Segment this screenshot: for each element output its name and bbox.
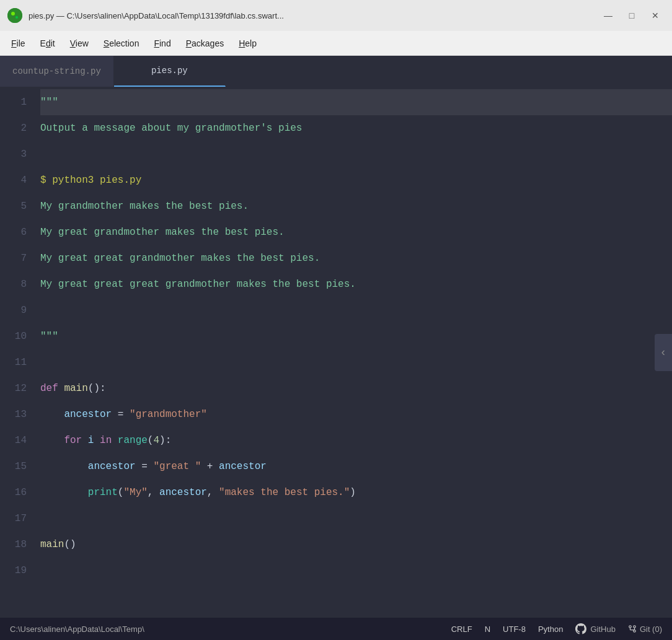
code-line-1: """ bbox=[40, 89, 672, 115]
git-icon bbox=[628, 625, 637, 633]
github-section[interactable]: GitHub bbox=[575, 623, 615, 634]
git-label[interactable]: Git (0) bbox=[640, 625, 662, 634]
svg-point-1 bbox=[11, 12, 15, 15]
line-num-19: 19 bbox=[7, 558, 27, 584]
line-num-1: 1 bbox=[7, 89, 27, 115]
title-bar: pies.py — C:\Users\alinen\AppData\Local\… bbox=[0, 0, 672, 31]
code-line-12: def main(): bbox=[40, 375, 672, 401]
status-encoding[interactable]: UTF-8 bbox=[503, 625, 526, 634]
status-path: C:\Users\alinen\AppData\Local\Temp\ bbox=[10, 625, 439, 634]
code-area[interactable]: """ Output a message about my grandmothe… bbox=[34, 87, 672, 618]
code-line-6: My great grandmother makes the best pies… bbox=[40, 219, 672, 245]
menu-selection[interactable]: Selection bbox=[97, 36, 146, 51]
line-num-12: 12 bbox=[7, 375, 27, 401]
code-line-7: My great great grandmother makes the bes… bbox=[40, 245, 672, 271]
git-status[interactable]: Git (0) bbox=[628, 625, 662, 634]
line-numbers: 1 2 3 4 5 6 7 8 9 10 11 12 13 14 15 16 1… bbox=[0, 87, 34, 618]
svg-point-0 bbox=[7, 8, 22, 23]
code-line-2: Output a message about my grandmother's … bbox=[40, 115, 672, 141]
line-num-17: 17 bbox=[7, 506, 27, 532]
code-line-17 bbox=[40, 506, 672, 532]
line-num-4: 4 bbox=[7, 167, 27, 193]
app-icon bbox=[7, 8, 22, 23]
editor-container: 1 2 3 4 5 6 7 8 9 10 11 12 13 14 15 16 1… bbox=[0, 87, 672, 618]
line-num-6: 6 bbox=[7, 219, 27, 245]
code-line-5: My grandmother makes the best pies. bbox=[40, 193, 672, 219]
window-controls: — □ ✕ bbox=[599, 8, 665, 23]
window-title: pies.py — C:\Users\alinen\AppData\Local\… bbox=[29, 11, 593, 20]
status-line-ending[interactable]: CRLF bbox=[451, 625, 472, 634]
line-num-3: 3 bbox=[7, 141, 27, 167]
menu-edit[interactable]: Edit bbox=[34, 36, 61, 51]
line-num-13: 13 bbox=[7, 401, 27, 427]
code-line-19 bbox=[40, 558, 672, 584]
tab-pies[interactable]: pies.py bbox=[114, 56, 226, 87]
line-num-15: 15 bbox=[7, 454, 27, 480]
code-line-4: $ python3 pies.py bbox=[40, 167, 672, 193]
close-button[interactable]: ✕ bbox=[646, 8, 665, 23]
line-num-16: 16 bbox=[7, 480, 27, 506]
github-label[interactable]: GitHub bbox=[590, 625, 615, 634]
menu-find[interactable]: Find bbox=[148, 36, 177, 51]
svg-point-5 bbox=[634, 626, 636, 628]
code-line-16: print("My", ancestor, "makes the best pi… bbox=[40, 480, 672, 506]
line-num-7: 7 bbox=[7, 245, 27, 271]
line-num-8: 8 bbox=[7, 271, 27, 297]
menu-packages[interactable]: Packages bbox=[180, 36, 231, 51]
line-num-10: 10 bbox=[7, 323, 27, 349]
code-line-13: ancestor = "grandmother" bbox=[40, 401, 672, 427]
code-line-3 bbox=[40, 141, 672, 167]
tabs-bar: countup-string.py pies.py bbox=[0, 56, 672, 87]
code-line-10: """ bbox=[40, 323, 672, 349]
menu-help[interactable]: Help bbox=[232, 36, 263, 51]
svg-point-2 bbox=[15, 16, 18, 19]
menu-view[interactable]: View bbox=[64, 36, 95, 51]
line-num-14: 14 bbox=[7, 427, 27, 454]
github-icon bbox=[575, 623, 586, 634]
line-num-18: 18 bbox=[7, 532, 27, 558]
status-bar: C:\Users\alinen\AppData\Local\Temp\ CRLF… bbox=[0, 618, 672, 640]
line-num-5: 5 bbox=[7, 193, 27, 219]
code-line-14: for i in range(4): bbox=[40, 427, 672, 454]
tab-countup-string[interactable]: countup-string.py bbox=[0, 56, 114, 87]
line-num-9: 9 bbox=[7, 297, 27, 323]
status-indent[interactable]: N bbox=[485, 625, 490, 634]
code-line-9 bbox=[40, 297, 672, 323]
code-line-18: main() bbox=[40, 532, 672, 558]
line-num-2: 2 bbox=[7, 115, 27, 141]
minimize-button[interactable]: — bbox=[599, 8, 617, 23]
code-line-15: ancestor = "great " + ancestor bbox=[40, 454, 672, 480]
maximize-button[interactable]: □ bbox=[622, 8, 641, 23]
status-language[interactable]: Python bbox=[538, 625, 563, 634]
code-line-11 bbox=[40, 349, 672, 375]
menu-file[interactable]: File bbox=[5, 36, 32, 51]
collapse-arrow[interactable]: ‹ bbox=[655, 334, 672, 371]
svg-point-3 bbox=[629, 626, 632, 628]
line-num-11: 11 bbox=[7, 349, 27, 375]
code-line-8: My great great great grandmother makes t… bbox=[40, 271, 672, 297]
menu-bar: File Edit View Selection Find Packages H… bbox=[0, 31, 672, 56]
